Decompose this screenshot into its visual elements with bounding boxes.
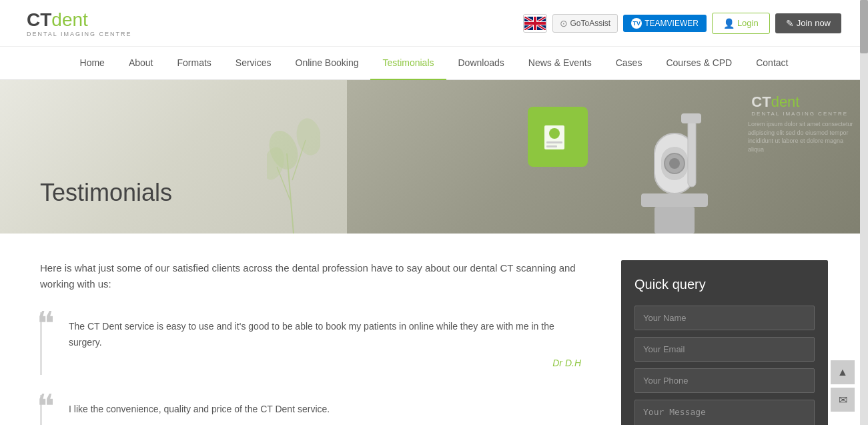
joinnow-label: Join now (797, 18, 831, 28)
hero-sign-icon (528, 107, 588, 167)
message-input[interactable] (634, 400, 815, 425)
mail-icon: ✉ (839, 394, 847, 406)
header-actions: ⊙ GoToAssist TV TEAMVIEWER 👤 Login ✎ Joi… (523, 13, 841, 34)
scrollbar-thumb[interactable] (860, 0, 868, 53)
gotoassist-button[interactable]: ⊙ GoToAssist (552, 14, 618, 33)
teamviewer-button[interactable]: TV TEAMVIEWER (623, 15, 707, 32)
logo-ct: CT (27, 9, 51, 30)
svg-rect-15 (688, 120, 696, 187)
name-input[interactable] (634, 306, 815, 330)
uk-flag-button[interactable] (523, 14, 547, 33)
joinnow-button[interactable]: ✎ Join now (775, 13, 841, 33)
hero-content: Testimonials (0, 179, 172, 234)
scroll-top-button[interactable]: ▲ (831, 360, 855, 384)
nav-contact[interactable]: Contact (744, 47, 800, 81)
testimonial-2-text: I like the convenience, quality and pric… (55, 402, 581, 418)
testimonial-1: ❝ The CT Dent service is easy to use and… (40, 312, 594, 375)
tv-icon: TV (631, 18, 642, 29)
logo[interactable]: CTdent DENTAL IMAGING CENTRE (27, 9, 132, 37)
nav-formats[interactable]: Formats (165, 47, 223, 81)
nav-services[interactable]: Services (224, 47, 284, 81)
svg-rect-18 (655, 207, 695, 234)
login-button[interactable]: 👤 Login (712, 13, 770, 34)
quick-query-panel: Quick query (621, 260, 828, 425)
quote-mark-1: ❝ (37, 307, 55, 340)
svg-point-8 (549, 128, 560, 139)
nav-downloads[interactable]: Downloads (446, 47, 516, 81)
svg-point-14 (669, 158, 680, 169)
testimonial-2: ❝ I like the convenience, quality and pr… (40, 395, 594, 425)
goto-icon: ⊙ (560, 18, 568, 29)
hero-panel-right: CTdent DENTAL IMAGING CENTRE Lorem ipsum… (347, 80, 868, 234)
quote-mark-2: ❝ (37, 390, 55, 423)
login-label: Login (737, 18, 759, 28)
nav-home[interactable]: Home (68, 47, 117, 81)
svg-rect-17 (641, 193, 708, 207)
testimonial-1-author: Dr D.H (55, 358, 581, 368)
nav-testimonials[interactable]: Testimonials (370, 47, 446, 81)
hero-banner: CTdent DENTAL IMAGING CENTRE Lorem ipsum… (0, 80, 868, 234)
intro-paragraph: Here is what just some of our satisfied … (40, 260, 594, 292)
goto-label: GoToAssist (570, 19, 611, 28)
join-icon: ✎ (786, 18, 794, 29)
header: CTdent DENTAL IMAGING CENTRE ⊙ GoToAssis… (0, 0, 868, 47)
teamviewer-label: TEAMVIEWER (644, 19, 699, 28)
nav-cases[interactable]: Cases (604, 47, 655, 81)
scrollbar-track (860, 0, 868, 425)
hero-watermark: CTdent DENTAL IMAGING CENTRE (751, 93, 848, 117)
nav-online-booking[interactable]: Online Booking (284, 47, 371, 81)
main-content: Here is what just some of our satisfied … (0, 234, 868, 425)
main-nav: Home About Formats Services Online Booki… (0, 47, 868, 80)
hero-title: Testimonials (40, 179, 172, 207)
logo-dent: dent (51, 9, 88, 30)
svg-rect-16 (681, 113, 701, 123)
chevron-up-icon: ▲ (837, 366, 848, 378)
phone-input[interactable] (634, 368, 815, 393)
logo-sub: DENTAL IMAGING CENTRE (27, 31, 132, 37)
svg-point-6 (294, 116, 321, 157)
nav-news-events[interactable]: News & Events (516, 47, 604, 81)
nav-courses-cpd[interactable]: Courses & CPD (654, 47, 744, 81)
mail-button[interactable]: ✉ (831, 388, 855, 412)
quick-query-title: Quick query (634, 277, 815, 292)
floating-buttons: ▲ ✉ (831, 360, 855, 412)
testimonials-section: Here is what just some of our satisfied … (40, 260, 594, 425)
email-input[interactable] (634, 337, 815, 362)
logo-text: CTdent (27, 9, 132, 31)
testimonial-1-text: The CT Dent service is easy to use and i… (55, 319, 581, 351)
svg-rect-10 (546, 145, 557, 147)
user-icon: 👤 (723, 18, 735, 29)
svg-rect-9 (546, 141, 562, 143)
nav-about[interactable]: About (117, 47, 165, 81)
